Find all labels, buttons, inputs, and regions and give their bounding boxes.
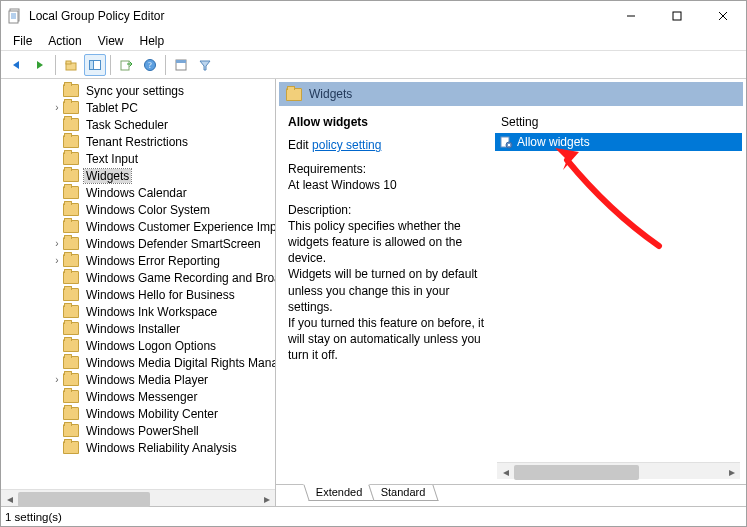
tree-item-label: Sync your settings (84, 84, 186, 98)
folder-icon (63, 84, 79, 97)
help-button[interactable]: ? (139, 54, 161, 76)
menubar: File Action View Help (1, 31, 746, 51)
chevron-right-icon[interactable]: › (51, 255, 63, 266)
menu-help[interactable]: Help (132, 32, 173, 50)
tree-hscrollbar[interactable]: ◂ ▸ (1, 489, 275, 506)
tree-item-label: Task Scheduler (84, 118, 170, 132)
tree-item-label: Windows PowerShell (84, 424, 201, 438)
tree-item[interactable]: Windows Calendar (1, 184, 275, 201)
navigation-tree[interactable]: Sync your settings›Tablet PCTask Schedul… (1, 79, 275, 489)
list-hscrollbar[interactable]: ◂ ▸ (497, 462, 740, 479)
tree-item-label: Windows Color System (84, 203, 212, 217)
chevron-right-icon[interactable]: › (51, 102, 63, 113)
policy-icon (499, 135, 513, 149)
tree-item-label: Windows Media Digital Rights Management (84, 356, 275, 370)
folder-icon (63, 424, 79, 437)
tree-item[interactable]: Windows Color System (1, 201, 275, 218)
tree-item[interactable]: Windows Messenger (1, 388, 275, 405)
tree-item[interactable]: Task Scheduler (1, 116, 275, 133)
folder-icon (63, 169, 79, 182)
folder-icon (63, 288, 79, 301)
tree-item-label: Windows Mobility Center (84, 407, 220, 421)
tree-item[interactable]: ›Tablet PC (1, 99, 275, 116)
folder-icon (63, 220, 79, 233)
tree-item[interactable]: Windows Ink Workspace (1, 303, 275, 320)
menu-file[interactable]: File (5, 32, 40, 50)
tree-item[interactable]: Windows Media Digital Rights Management (1, 354, 275, 371)
tree-item-label: Windows Hello for Business (84, 288, 237, 302)
minimize-button[interactable] (608, 1, 654, 31)
description-p2: Widgets will be turned on by default unl… (288, 266, 487, 315)
column-header-setting[interactable]: Setting (495, 113, 742, 133)
titlebar: Local Group Policy Editor (1, 1, 746, 31)
tree-item[interactable]: Windows Logon Options (1, 337, 275, 354)
forward-button[interactable] (29, 54, 51, 76)
view-tabs: Extended Standard (276, 484, 746, 506)
tree-item[interactable]: ›Windows Defender SmartScreen (1, 235, 275, 252)
folder-icon (63, 390, 79, 403)
properties-button[interactable] (170, 54, 192, 76)
tree-item[interactable]: Windows Game Recording and Broadcasting (1, 269, 275, 286)
tree-item[interactable]: Windows PowerShell (1, 422, 275, 439)
tree-item[interactable]: Windows Customer Experience Improvement (1, 218, 275, 235)
svg-rect-10 (66, 61, 71, 64)
scroll-thumb[interactable] (514, 465, 639, 480)
folder-icon (63, 305, 79, 318)
tree-item[interactable]: Tenant Restrictions (1, 133, 275, 150)
edit-label-prefix: Edit (288, 138, 309, 152)
tree-item[interactable]: Windows Hello for Business (1, 286, 275, 303)
scroll-left-icon[interactable]: ◂ (1, 490, 18, 507)
scroll-right-icon[interactable]: ▸ (723, 463, 740, 480)
svg-rect-13 (121, 61, 129, 70)
tree-item[interactable]: Windows Mobility Center (1, 405, 275, 422)
status-text: 1 setting(s) (5, 511, 62, 523)
tree-item-label: Windows Media Player (84, 373, 210, 387)
scroll-left-icon[interactable]: ◂ (497, 463, 514, 480)
menu-view[interactable]: View (90, 32, 132, 50)
back-button[interactable] (5, 54, 27, 76)
tree-item-label: Windows Messenger (84, 390, 199, 404)
tree-item-label: Tenant Restrictions (84, 135, 190, 149)
setting-row-allow-widgets[interactable]: Allow widgets (495, 133, 742, 151)
detail-panel: Allow widgets Edit policy setting Requir… (280, 107, 495, 483)
tab-extended[interactable]: Extended (303, 484, 375, 501)
tab-standard[interactable]: Standard (369, 485, 439, 501)
tree-item[interactable]: Windows Reliability Analysis (1, 439, 275, 456)
scroll-thumb[interactable] (18, 492, 150, 507)
maximize-button[interactable] (654, 1, 700, 31)
show-hide-tree-button[interactable] (84, 54, 106, 76)
folder-icon (63, 254, 79, 267)
tree-item[interactable]: Text Input (1, 150, 275, 167)
scroll-right-icon[interactable]: ▸ (258, 490, 275, 507)
chevron-right-icon[interactable]: › (51, 238, 63, 249)
svg-rect-1 (9, 11, 18, 23)
folder-icon (286, 88, 302, 101)
chevron-right-icon[interactable]: › (51, 374, 63, 385)
tree-item-label: Windows Customer Experience Improvement (84, 220, 275, 234)
tree-item-label: Windows Game Recording and Broadcasting (84, 271, 275, 285)
folder-icon (63, 356, 79, 369)
tree-item-label: Windows Calendar (84, 186, 189, 200)
app-icon (7, 8, 23, 24)
description-label: Description: (288, 202, 487, 218)
folder-icon (63, 441, 79, 454)
up-button[interactable] (60, 54, 82, 76)
requirements-label: Requirements: (288, 161, 487, 177)
tree-item[interactable]: Windows Installer (1, 320, 275, 337)
description-p1: This policy specifies whether the widget… (288, 218, 487, 267)
close-button[interactable] (700, 1, 746, 31)
tree-item[interactable]: Widgets (1, 167, 275, 184)
edit-policy-link[interactable]: policy setting (312, 138, 381, 152)
settings-list[interactable]: Setting Allow widgets ◂ ▸ (495, 107, 742, 483)
menu-action[interactable]: Action (40, 32, 89, 50)
export-button[interactable] (115, 54, 137, 76)
tree-item-label: Windows Defender SmartScreen (84, 237, 263, 251)
folder-icon (63, 101, 79, 114)
folder-icon (63, 407, 79, 420)
tree-item[interactable]: ›Windows Error Reporting (1, 252, 275, 269)
tree-item-label: Windows Ink Workspace (84, 305, 219, 319)
folder-icon (63, 339, 79, 352)
tree-item[interactable]: ›Windows Media Player (1, 371, 275, 388)
filter-button[interactable] (194, 54, 216, 76)
tree-item[interactable]: Sync your settings (1, 82, 275, 99)
